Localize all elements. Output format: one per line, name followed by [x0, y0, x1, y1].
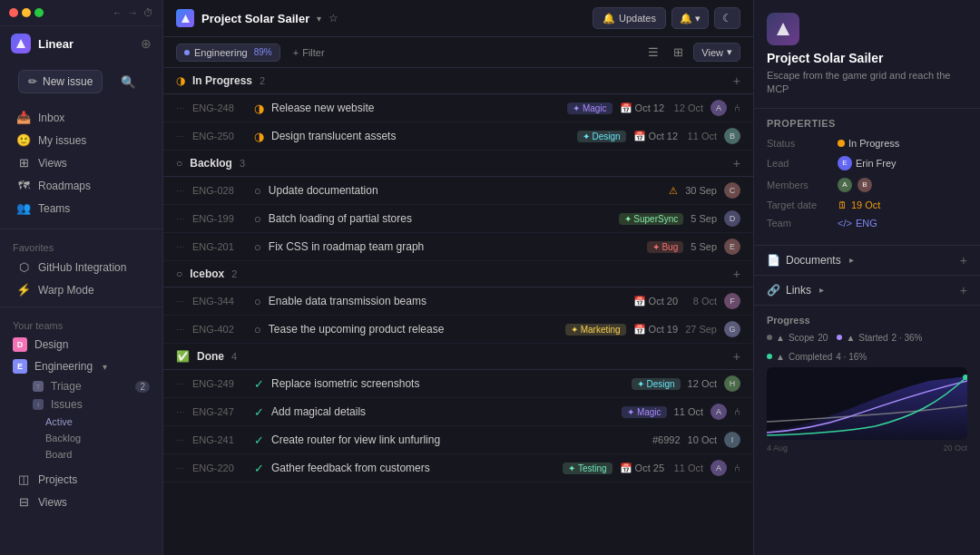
legend-completed: ▲ Completed 4 · 16%	[767, 352, 867, 362]
sidebar-item-active[interactable]: Active	[0, 414, 162, 430]
close-button[interactable]	[9, 8, 18, 17]
members-value: A B	[838, 178, 874, 192]
right-panel: Project Solar Sailer Escape from the gam…	[753, 0, 980, 555]
documents-section[interactable]: 📄 Documents ▸ +	[754, 245, 980, 275]
date-199: 5 Sep	[691, 213, 717, 224]
project-chevron-icon[interactable]: ▾	[317, 14, 321, 24]
sidebar-item-engineering[interactable]: E Engineering ▾	[0, 355, 162, 377]
sidebar-item-inbox[interactable]: 📥 Inbox	[4, 106, 159, 129]
engineering-filter-chip[interactable]: Engineering 89%	[176, 44, 280, 62]
svg-marker-1	[181, 15, 190, 23]
status-dot	[838, 140, 845, 147]
table-row[interactable]: ⋯ ENG-249 ✓ Replace isometric screenshot…	[163, 370, 753, 398]
status-icon-402: ○	[254, 323, 261, 336]
links-section[interactable]: 🔗 Links ▸ +	[754, 275, 980, 305]
theme-button[interactable]: ☾	[714, 7, 740, 29]
table-row[interactable]: ⋯ ENG-028 ○ Update documentation ⚠ 30 Se…	[163, 177, 753, 205]
forward-icon[interactable]: →	[128, 7, 138, 18]
your-teams-label: Your teams	[0, 313, 162, 334]
panel-project-desc: Escape from the game grid and reach the …	[754, 69, 980, 108]
status-icon-247: ✓	[254, 405, 264, 419]
group-add-icon[interactable]: +	[733, 267, 740, 281]
search-button[interactable]: 🔍	[117, 72, 140, 92]
sidebar-item-projects[interactable]: ◫ Projects	[4, 468, 159, 491]
tag-249: ✦ Design	[632, 378, 681, 390]
icebox-status-icon: ○	[176, 268, 182, 280]
add-filter-button[interactable]: + Filter	[288, 44, 330, 61]
group-add-icon[interactable]: +	[733, 349, 740, 364]
warn-icon-028: ⚠	[669, 185, 678, 197]
sidebar-item-design[interactable]: D Design	[0, 334, 162, 355]
add-document-icon[interactable]: +	[960, 253, 967, 268]
scope-label: ▲	[776, 333, 785, 343]
team-value: </> ENG	[838, 218, 877, 229]
panel-project-icon	[767, 13, 799, 45]
history-icon[interactable]: ⏱	[143, 7, 153, 18]
table-row[interactable]: ⋯ ENG-247 ✓ Add magical details ✦ Magic …	[163, 398, 753, 426]
app-header[interactable]: Linear ⊕	[0, 26, 162, 61]
date-220: 📅 Oct 25	[620, 462, 664, 474]
sidebar-item-my-issues[interactable]: 🙂 My issues	[4, 129, 159, 151]
lead-row: Lead E Erin Frey	[767, 156, 967, 170]
chevron-notif-icon: ▾	[695, 13, 701, 24]
nav-icons: ← → ⏱	[113, 7, 153, 18]
drag-icon: ⋯	[176, 379, 185, 389]
project-title: Project Solar Sailer	[201, 12, 309, 25]
table-row[interactable]: ⋯ ENG-241 ✓ Create router for view link …	[163, 426, 753, 454]
progress-chart	[767, 367, 967, 440]
table-row[interactable]: ⋯ ENG-220 ✓ Gather feedback from custome…	[163, 454, 753, 482]
projects-icon: ◫	[16, 472, 31, 486]
eng-dot	[184, 50, 190, 55]
date-402: 📅 Oct 19	[633, 324, 678, 336]
grid-view-button[interactable]: ⊞	[669, 43, 688, 62]
status-icon-248: ◑	[254, 102, 264, 115]
sidebar-item-triage[interactable]: T Triage 2	[0, 377, 162, 395]
fullscreen-button[interactable]	[34, 8, 44, 17]
pr-icon-248: ⑃	[734, 102, 740, 113]
table-row[interactable]: ⋯ ENG-201 ○ Fix CSS in roadmap team grap…	[163, 233, 753, 261]
members-row: Members A B	[767, 178, 967, 192]
app-badge-icon: ⊕	[141, 36, 152, 51]
minimize-button[interactable]	[22, 8, 31, 17]
date-201: 5 Sep	[691, 241, 717, 252]
drag-icon: ⋯	[176, 407, 185, 417]
sidebar-item-issues[interactable]: I Issues	[0, 395, 162, 414]
roadmaps-icon: 🗺	[16, 179, 31, 192]
updates-button[interactable]: 🔔 Updates	[593, 7, 666, 29]
view-dropdown[interactable]: View ▾	[693, 43, 740, 62]
sidebar-item-warp[interactable]: ⚡ Warp Mode	[4, 278, 159, 301]
sidebar-item-views2[interactable]: ⊟ Views	[4, 491, 159, 513]
calendar-icon: 🗓	[838, 200, 848, 210]
back-icon[interactable]: ←	[113, 7, 122, 18]
sidebar-item-teams[interactable]: 👥 Teams	[4, 197, 159, 219]
lead-value: E Erin Frey	[838, 156, 897, 170]
group-add-icon[interactable]: +	[733, 73, 740, 88]
add-link-icon[interactable]: +	[960, 283, 967, 297]
table-row[interactable]: ⋯ ENG-402 ○ Tease the upcoming product r…	[163, 316, 753, 344]
main-nav: 📥 Inbox 🙂 My issues ⊞ Views 🗺 Roadmaps 👥…	[0, 102, 162, 223]
target-date-row: Target date 🗓 19 Oct	[767, 200, 967, 210]
table-row[interactable]: ⋯ ENG-199 ○ Batch loading of partial sto…	[163, 205, 753, 233]
triage-icon: T	[33, 381, 44, 392]
backlog-status-icon: ○	[176, 157, 182, 170]
titlebar: ← → ⏱	[0, 0, 162, 26]
properties-section: Properties Status In Progress Lead E Eri…	[754, 108, 980, 245]
star-icon[interactable]: ☆	[328, 12, 338, 24]
sidebar-item-github[interactable]: ⬡ GitHub Integration	[4, 256, 159, 278]
table-row[interactable]: ⋯ ENG-248 ◑ Release new website ✦ Magic …	[163, 94, 753, 122]
notification-button[interactable]: 🔔 ▾	[671, 7, 709, 29]
date-248: 📅 Oct 12	[620, 102, 664, 114]
group-add-icon[interactable]: +	[733, 156, 740, 170]
new-issue-button[interactable]: ✏ New issue	[18, 70, 103, 93]
table-row[interactable]: ⋯ ENG-344 ○ Enable data transmission bea…	[163, 287, 753, 316]
sidebar-item-board[interactable]: Board	[0, 446, 162, 462]
github-icon: ⬡	[16, 260, 31, 274]
table-row[interactable]: ⋯ ENG-250 ◑ Design translucent assets ✦ …	[163, 122, 753, 151]
sidebar-item-roadmaps[interactable]: 🗺 Roadmaps	[4, 174, 159, 197]
list-view-button[interactable]: ☰	[643, 43, 663, 62]
header-actions: 🔔 Updates 🔔 ▾ ☾	[593, 7, 740, 29]
member-avatar-2: B	[858, 178, 872, 192]
sidebar-item-backlog[interactable]: Backlog	[0, 430, 162, 446]
sidebar-item-views[interactable]: ⊞ Views	[4, 151, 159, 174]
status-icon-249: ✓	[254, 377, 264, 391]
